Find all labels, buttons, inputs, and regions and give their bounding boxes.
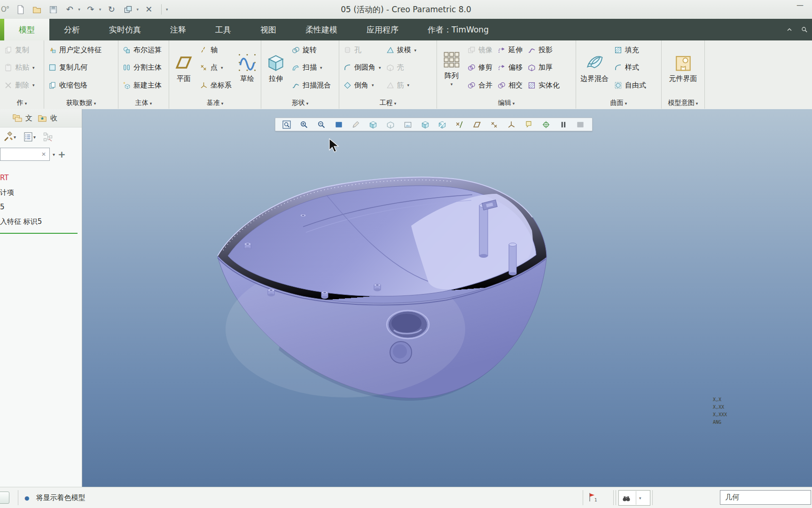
minimize-button[interactable]: — — [796, 1, 804, 9]
tab-author[interactable]: 作者：TimWong — [413, 19, 503, 40]
shell-button[interactable]: 壳 — [384, 60, 418, 75]
point-button[interactable]: 点 — [198, 60, 233, 75]
model-canvas[interactable] — [82, 109, 812, 487]
paste-button[interactable]: 粘贴 — [2, 60, 36, 75]
group-label-operations[interactable]: 作 — [0, 99, 44, 107]
tab-applications[interactable]: 应用程序 — [352, 19, 413, 40]
delete-button[interactable]: 删除 — [2, 78, 36, 93]
group-label-surfaces[interactable]: 曲面 — [576, 99, 661, 107]
display-style-button[interactable] — [384, 119, 397, 130]
group-label-engineering[interactable]: 工程 — [339, 99, 437, 107]
tree-settings-dropdown-icon[interactable]: ▾ — [33, 135, 36, 140]
insert-here-indicator[interactable] — [0, 233, 78, 234]
tree-tools-dropdown-icon[interactable]: ▾ — [14, 135, 16, 140]
thicken-button[interactable]: 加厚 — [526, 60, 561, 75]
boolean-operations-button[interactable]: 布尔运算 — [121, 43, 163, 58]
add-search-button[interactable]: + — [58, 149, 66, 160]
csys-button[interactable]: 坐标系 — [198, 78, 233, 93]
close-window-button[interactable]: ✕ — [143, 3, 155, 16]
undo-button[interactable]: ↶ — [63, 3, 76, 16]
window-switch-button[interactable] — [122, 3, 134, 16]
tree-tools-button[interactable]: ▾ — [3, 131, 16, 143]
merge-button[interactable]: 合并 — [466, 78, 494, 93]
chamfer-button[interactable]: 倒角 — [342, 78, 383, 93]
zoom-fit-button[interactable] — [281, 119, 293, 130]
tree-search-box[interactable]: ✕ — [0, 148, 50, 161]
project-button[interactable]: 投影 — [526, 43, 561, 58]
udf-button[interactable]: 用户定义特征 — [47, 43, 103, 58]
tree-item-body[interactable]: 5 — [0, 200, 82, 214]
extrude-button[interactable]: 拉伸 — [264, 41, 288, 94]
tab-annotate[interactable]: 注释 — [156, 19, 201, 40]
tab-view[interactable]: 视图 — [246, 19, 291, 40]
saved-orientations-button[interactable] — [402, 119, 414, 130]
clear-search-icon[interactable]: ✕ — [41, 151, 46, 158]
zoom-out-button[interactable] — [315, 119, 328, 130]
axis-button[interactable]: 轴 — [198, 43, 233, 58]
intersect-button[interactable]: 相交 — [496, 78, 524, 93]
solidify-button[interactable]: 实体化 — [526, 78, 561, 93]
component-interface-button[interactable]: 元件界面 — [667, 41, 699, 94]
group-label-editing[interactable]: 编辑 — [437, 99, 576, 107]
graphics-area[interactable]: X,X X,XX X,XXX ANG — [82, 109, 812, 487]
pattern-button[interactable]: 阵列 — [439, 41, 464, 94]
tab-tools[interactable]: 工具 — [201, 19, 246, 40]
group-label-get-data[interactable]: 获取数据 — [44, 99, 118, 107]
group-label-shapes[interactable]: 形状 — [261, 99, 339, 107]
tab-model[interactable]: 模型 — [4, 19, 49, 40]
search-options-dropdown-icon[interactable]: ▾ — [53, 152, 55, 157]
extend-button[interactable]: 延伸 — [496, 43, 524, 58]
tab-analysis[interactable]: 分析 — [49, 19, 94, 40]
split-body-button[interactable]: 分割主体 — [121, 60, 163, 75]
revolve-button[interactable]: 旋转 — [290, 43, 332, 58]
tree-search-input[interactable] — [2, 149, 41, 160]
offset-button[interactable]: 偏移 — [496, 60, 524, 75]
tree-item-part-name[interactable]: RT — [0, 171, 82, 185]
copy-button[interactable]: 复制 — [2, 43, 36, 58]
redo-button[interactable]: ↷ — [85, 3, 97, 16]
mirror-button[interactable]: 镜像 — [466, 43, 494, 58]
datum-csys-display-button[interactable] — [505, 119, 517, 130]
qat-customize-button[interactable]: ▾ — [166, 7, 168, 12]
group-label-body[interactable]: 主体 — [118, 99, 169, 107]
tab-flexible-modeling[interactable]: 柔性建模 — [291, 19, 352, 40]
group-label-model-intent[interactable]: 模型意图 — [662, 99, 704, 107]
fill-button[interactable]: 填充 — [612, 43, 648, 58]
undo-dropdown-icon[interactable]: ▾ — [78, 7, 80, 12]
spin-center-button[interactable] — [540, 119, 552, 130]
render-style-button[interactable] — [350, 119, 362, 130]
view-manager-button[interactable] — [419, 119, 431, 130]
model-bottom-shell[interactable] — [218, 177, 547, 401]
group-label-datum[interactable]: 基准 — [169, 99, 261, 107]
new-body-button[interactable]: 新建主体 — [121, 78, 163, 93]
selection-filter-combo[interactable]: 几何 — [720, 490, 811, 505]
message-log-button[interactable] — [0, 492, 9, 504]
trim-button[interactable]: 修剪 — [466, 60, 494, 75]
collapse-ribbon-icon[interactable] — [786, 26, 793, 33]
file-tree-tab[interactable]: 文 — [12, 113, 32, 123]
round-button[interactable]: 倒圆角 — [342, 60, 383, 75]
file-menu-partial[interactable] — [0, 19, 4, 40]
tree-item-import-feature[interactable]: 入特征 标识5 — [0, 214, 82, 229]
regenerate-button[interactable]: ↻ — [105, 3, 117, 16]
plane-button[interactable]: 平面 — [172, 41, 196, 94]
annotation-display-button[interactable] — [523, 119, 535, 130]
find-tool-button[interactable]: ▾ — [618, 490, 650, 506]
redo-dropdown-icon[interactable]: ▾ — [99, 7, 102, 12]
repaint-button[interactable] — [333, 119, 345, 130]
tree-item-design-items[interactable]: 计项 — [0, 185, 82, 200]
favorites-tab[interactable]: 收 — [37, 113, 57, 123]
notification-flag-button[interactable]: 1 — [586, 491, 597, 503]
find-dropdown-icon[interactable]: ▾ — [639, 496, 641, 500]
new-file-button[interactable] — [14, 3, 26, 16]
pause-button[interactable] — [557, 119, 570, 130]
datum-axes-display-button[interactable] — [453, 119, 466, 130]
datum-points-display-button[interactable] — [488, 119, 500, 130]
style-button[interactable]: 样式 — [612, 60, 648, 75]
boundary-blend-button[interactable]: 边界混合 — [578, 41, 610, 94]
swept-blend-button[interactable]: 扫描混合 — [290, 78, 332, 93]
window-dropdown-icon[interactable]: ▾ — [136, 7, 139, 12]
shrinkwrap-button[interactable]: 收缩包络 — [47, 78, 103, 93]
tree-settings-button[interactable]: ▾ — [23, 131, 36, 143]
freestyle-button[interactable]: 自由式 — [612, 78, 648, 93]
